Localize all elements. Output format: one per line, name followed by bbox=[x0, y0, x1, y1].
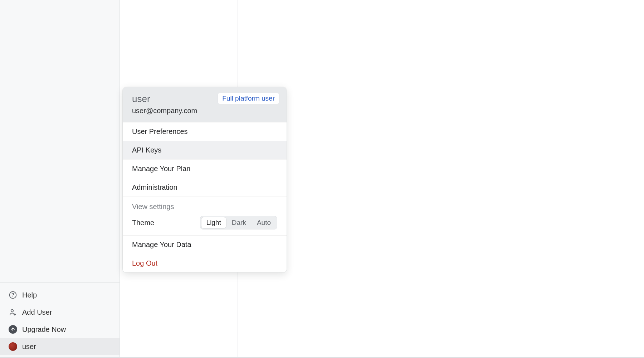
theme-segmented-control: Light Dark Auto bbox=[200, 216, 277, 229]
popover-email: user@company.com bbox=[132, 107, 277, 115]
help-icon bbox=[9, 291, 17, 299]
menu-item-manage-plan[interactable]: Manage Your Plan bbox=[123, 159, 287, 178]
menu-item-api-keys[interactable]: API Keys bbox=[123, 141, 287, 159]
menu-item-log-out[interactable]: Log Out bbox=[123, 254, 287, 272]
menu-item-manage-data[interactable]: Manage Your Data bbox=[123, 236, 287, 254]
add-user-icon bbox=[9, 308, 17, 316]
theme-row: Theme Light Dark Auto bbox=[123, 214, 287, 235]
theme-option-dark[interactable]: Dark bbox=[227, 217, 251, 228]
theme-label: Theme bbox=[132, 219, 154, 227]
popover-header: user user@company.com Full platform user bbox=[123, 87, 287, 122]
menu-item-user-preferences[interactable]: User Preferences bbox=[123, 122, 287, 141]
popover-group-data: Manage Your Data bbox=[123, 235, 287, 254]
upgrade-icon bbox=[9, 325, 17, 334]
sidebar: Help Add User bbox=[0, 0, 120, 358]
popover-group-account: User Preferences API Keys Manage Your Pl… bbox=[123, 122, 287, 178]
theme-option-light[interactable]: Light bbox=[201, 217, 226, 228]
sidebar-item-upgrade[interactable]: Upgrade Now bbox=[0, 321, 119, 338]
view-settings-label: View settings bbox=[123, 197, 287, 214]
svg-point-1 bbox=[13, 296, 13, 297]
sidebar-item-label: user bbox=[22, 343, 36, 351]
sidebar-item-user[interactable]: user bbox=[0, 338, 119, 355]
sidebar-item-label: Upgrade Now bbox=[22, 325, 66, 334]
theme-option-auto[interactable]: Auto bbox=[252, 217, 276, 228]
sidebar-item-add-user[interactable]: Add User bbox=[0, 304, 119, 321]
user-popover: user user@company.com Full platform user… bbox=[123, 87, 287, 272]
sidebar-spacer bbox=[0, 0, 119, 282]
avatar-icon bbox=[9, 342, 17, 351]
sidebar-item-help[interactable]: Help bbox=[0, 286, 119, 304]
sidebar-footer: Help Add User bbox=[0, 282, 119, 358]
role-badge[interactable]: Full platform user bbox=[218, 93, 279, 104]
sidebar-item-label: Help bbox=[22, 291, 37, 299]
sidebar-item-label: Add User bbox=[22, 308, 52, 316]
popover-group-admin: Administration bbox=[123, 178, 287, 197]
popover-group-view-settings: View settings Theme Light Dark Auto bbox=[123, 197, 287, 235]
menu-item-administration[interactable]: Administration bbox=[123, 178, 287, 197]
popover-group-logout: Log Out bbox=[123, 254, 287, 272]
main-area bbox=[247, 0, 644, 358]
svg-point-2 bbox=[11, 310, 14, 312]
